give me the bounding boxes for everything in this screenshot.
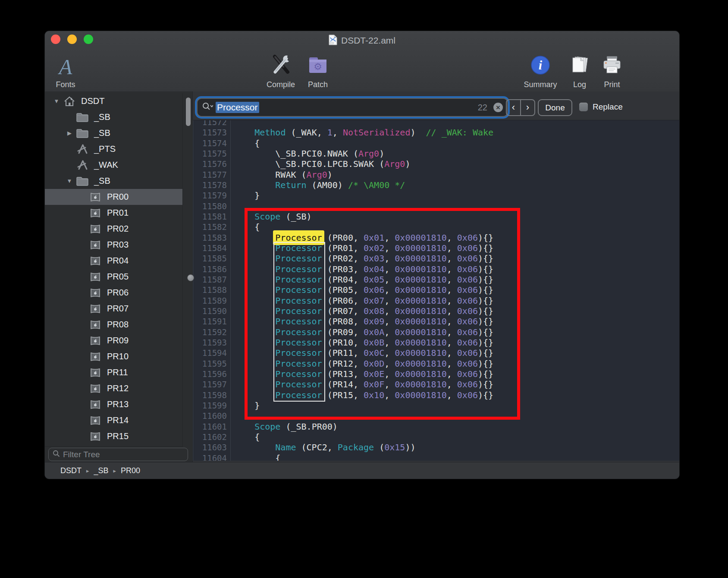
line-number: 11587	[193, 274, 231, 285]
device-icon	[88, 399, 103, 410]
folder-icon	[75, 128, 90, 138]
tree-item-label: PR13	[103, 399, 129, 409]
code-line: 11592 Processor (PR09, 0x0A, 0x00001810,…	[193, 327, 679, 337]
toolbar-print-button[interactable]: Print	[597, 52, 627, 89]
document-icon	[329, 35, 337, 47]
breadcrumb-item-pr00[interactable]: PR00	[121, 466, 140, 475]
device-icon	[88, 368, 103, 378]
code-line: 11572	[193, 120, 679, 127]
log-icon	[568, 54, 591, 78]
tree-item-pr15[interactable]: PR15	[45, 428, 182, 444]
sidebar-scrollbar-thumb[interactable]	[186, 97, 191, 126]
tree-item-label: PR11	[103, 368, 128, 377]
filter-tree-field[interactable]: Filter Tree	[48, 448, 188, 461]
toolbar-label: Log	[573, 80, 586, 89]
tree-item-pr10[interactable]: PR10	[45, 349, 182, 364]
tree-item-label: PR03	[103, 240, 129, 250]
navigation-tree[interactable]: ▼DSDT_SB▶_SB_PTS_WAK▼_SBPR00PR01PR02PR03…	[45, 93, 183, 447]
code-line: 11589 Processor (PR06, 0x07, 0x00001810,…	[193, 295, 679, 306]
line-number: 11577	[193, 170, 231, 180]
tree-item-label: PR15	[103, 431, 129, 441]
line-number: 11579	[193, 190, 231, 201]
line-number: 11592	[193, 327, 231, 337]
line-text: Processor (PR04, 0x05, 0x00001810, 0x06)…	[231, 274, 493, 285]
toolbar-log-button[interactable]: Log	[565, 52, 595, 89]
tree-item-pr11[interactable]: PR11	[45, 364, 182, 380]
line-text: Scope (_SB)	[231, 211, 312, 222]
toolbar-summary-button[interactable]: i Summary	[519, 52, 562, 89]
code-line: 11573 Method (_WAK, 1, NotSerialized) //…	[193, 127, 679, 138]
line-number: 11589	[193, 295, 231, 306]
tree-item-pr12[interactable]: PR12	[45, 380, 182, 396]
line-text: Processor (PR05, 0x06, 0x00001810, 0x06)…	[231, 285, 493, 295]
tree-item-pr13[interactable]: PR13	[45, 396, 182, 412]
code-editor[interactable]: 1157211573 Method (_WAK, 1, NotSerialize…	[193, 120, 679, 461]
line-text: }	[231, 190, 260, 201]
code-line: 11576 \_SB.PCI0.LPCB.SWAK (Arg0)	[193, 159, 679, 169]
tree-item-pr14[interactable]: PR14	[45, 412, 182, 428]
tree-item-label: _PTS	[90, 144, 116, 154]
line-text: \_SB.PCI0.NWAK (Arg0)	[231, 148, 384, 159]
sidebar: ▼DSDT_SB▶_SB_PTS_WAK▼_SBPR00PR01PR02PR03…	[45, 91, 193, 462]
clear-search-button[interactable]: ✕	[493, 103, 503, 112]
line-number: 11597	[193, 379, 231, 390]
tree-item-pr00[interactable]: PR00	[45, 189, 182, 205]
search-icon[interactable]	[202, 102, 213, 113]
tree-item-pts[interactable]: _PTS	[45, 141, 182, 157]
tree-item-label: PR14	[103, 415, 129, 425]
screen: DSDT-22.aml A Fonts Compile	[0, 0, 728, 578]
tree-item-pr05[interactable]: PR05	[45, 269, 182, 285]
splitter-handle[interactable]	[187, 274, 194, 281]
line-number: 11598	[193, 390, 231, 400]
tree-item-pr08[interactable]: PR08	[45, 317, 182, 333]
code-line: 11575 \_SB.PCI0.NWAK (Arg0)	[193, 148, 679, 159]
device-icon	[88, 304, 103, 314]
find-previous-button[interactable]: ‹	[507, 100, 521, 115]
disclosure-triangle[interactable]: ▶	[64, 130, 75, 136]
code-line: 11588 Processor (PR05, 0x06, 0x00001810,…	[193, 285, 679, 295]
line-number: 11590	[193, 306, 231, 316]
code-lines: 1157211573 Method (_WAK, 1, NotSerialize…	[193, 120, 679, 461]
tree-item-pr01[interactable]: PR01	[45, 205, 182, 221]
tree-item-pr02[interactable]: PR02	[45, 221, 182, 237]
line-text: Processor (PR02, 0x03, 0x00001810, 0x06)…	[231, 253, 493, 264]
device-icon	[88, 208, 103, 218]
breadcrumb-separator-icon: ▸	[86, 468, 89, 474]
line-number: 11583	[193, 232, 231, 243]
find-next-button[interactable]: ›	[521, 100, 534, 115]
search-field[interactable]: Processor 22 ✕	[197, 98, 508, 117]
code-line: 11585 Processor (PR02, 0x03, 0x00001810,…	[193, 253, 679, 264]
search-query-text[interactable]: Processor	[216, 102, 259, 113]
done-button[interactable]: Done	[538, 99, 572, 116]
tree-item-sb[interactable]: ▶_SB	[45, 125, 182, 141]
folder-icon	[75, 112, 90, 123]
toolbar-fonts-button[interactable]: A Fonts	[52, 52, 79, 89]
toolbar-compile-button[interactable]: Compile	[259, 52, 302, 89]
tree-item-dsdt[interactable]: ▼DSDT	[45, 93, 182, 109]
tree-item-label: PR01	[103, 208, 129, 218]
line-text: Processor (PR06, 0x07, 0x00001810, 0x06)…	[231, 295, 493, 306]
code-line: 11600	[193, 411, 679, 421]
tree-item-pr06[interactable]: PR06	[45, 285, 182, 301]
tree-item-label: PR02	[103, 224, 129, 234]
current-search-match: Processor	[275, 232, 322, 243]
toolbar-label: Summary	[524, 80, 557, 89]
replace-checkbox[interactable]	[579, 103, 588, 111]
toolbar-patch-button[interactable]: ⚙ Patch	[301, 52, 335, 89]
line-number: 11572	[193, 120, 231, 127]
tree-item-sb[interactable]: ▼_SB	[45, 173, 182, 189]
disclosure-triangle[interactable]: ▼	[64, 178, 75, 184]
breadcrumb-item-sb[interactable]: _SB	[94, 466, 109, 475]
line-text: Processor (PR03, 0x04, 0x00001810, 0x06)…	[231, 264, 493, 274]
replace-control: Replace	[579, 99, 623, 114]
line-text: Processor (PR01, 0x02, 0x00001810, 0x06)…	[231, 243, 493, 253]
tree-item-pr07[interactable]: PR07	[45, 301, 182, 317]
line-text: Processor (PR10, 0x0B, 0x00001810, 0x06)…	[231, 337, 493, 348]
tree-item-pr09[interactable]: PR09	[45, 333, 182, 349]
tree-item-pr03[interactable]: PR03	[45, 237, 182, 253]
tree-item-sb[interactable]: _SB	[45, 109, 182, 125]
disclosure-triangle[interactable]: ▼	[51, 98, 62, 104]
tree-item-pr04[interactable]: PR04	[45, 253, 182, 269]
tree-item-wak[interactable]: _WAK	[45, 157, 182, 173]
breadcrumb-item-dsdt[interactable]: DSDT	[60, 466, 82, 475]
